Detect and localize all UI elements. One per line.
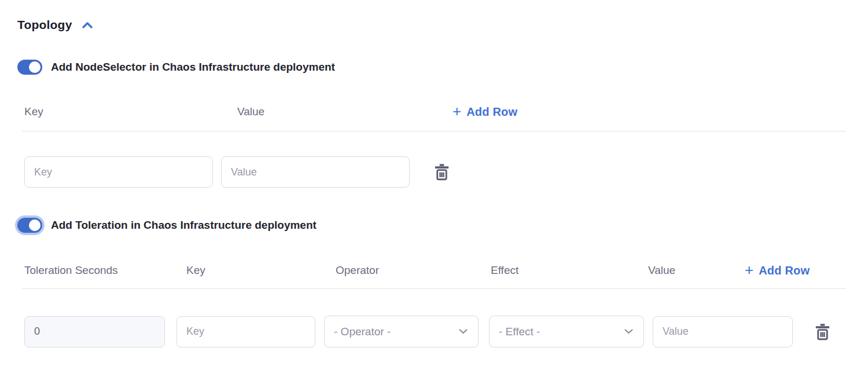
plus-icon: +	[745, 262, 753, 277]
trash-icon[interactable]	[434, 163, 450, 181]
toleration-value-input[interactable]	[653, 316, 793, 347]
column-header-value: Value	[237, 105, 453, 118]
nodeselector-toggle-row: Add NodeSelector in Chaos Infrastructure…	[17, 59, 868, 75]
header-divider	[22, 131, 846, 131]
toleration-toggle-label: Add Toleration in Chaos Infrastructure d…	[51, 219, 317, 232]
column-header-effect: Effect	[491, 264, 648, 277]
add-row-label: Add Row	[759, 264, 810, 277]
plus-icon: +	[453, 104, 461, 119]
chevron-down-icon	[624, 329, 633, 334]
chevron-down-icon	[459, 329, 468, 334]
nodeselector-value-input[interactable]	[221, 156, 410, 188]
operator-select[interactable]: - Operator -	[324, 316, 479, 347]
chevron-up-icon[interactable]	[80, 20, 94, 30]
column-header-toleration-seconds: Toleration Seconds	[24, 264, 186, 277]
toleration-table-header: Toleration Seconds Key Operator Effect V…	[17, 262, 868, 279]
header-divider	[22, 288, 846, 289]
operator-selected-value: - Operator -	[334, 325, 391, 338]
nodeselector-toggle[interactable]	[17, 60, 42, 75]
toleration-key-input[interactable]	[176, 316, 315, 347]
effect-selected-value: - Effect -	[499, 325, 540, 338]
column-header-key: Key	[186, 264, 336, 277]
column-header-value: Value	[648, 264, 745, 277]
nodeselector-key-input[interactable]	[24, 156, 213, 188]
add-row-button[interactable]: + Add Row	[745, 263, 810, 277]
topology-panel: Topology Add NodeSelector in Chaos Infra…	[0, 0, 868, 388]
toleration-toggle[interactable]	[17, 218, 42, 233]
toggle-knob	[29, 219, 41, 231]
effect-select[interactable]: - Effect -	[489, 316, 644, 347]
section-header: Topology	[17, 16, 868, 34]
toleration-table-row: - Operator - - Effect -	[17, 316, 868, 347]
toleration-seconds-input[interactable]	[24, 316, 165, 347]
nodeselector-toggle-label: Add NodeSelector in Chaos Infrastructure…	[51, 61, 335, 74]
trash-icon[interactable]	[815, 323, 830, 341]
toleration-toggle-row: Add Toleration in Chaos Infrastructure d…	[17, 217, 868, 234]
nodeselector-table-header: Key Value + Add Row	[17, 103, 868, 120]
add-row-button[interactable]: + Add Row	[453, 105, 517, 119]
column-header-key: Key	[24, 105, 237, 118]
column-header-operator: Operator	[336, 264, 491, 277]
toggle-knob	[29, 61, 41, 73]
section-title: Topology	[17, 18, 72, 32]
add-row-label: Add Row	[466, 105, 517, 119]
nodeselector-table-row	[17, 156, 868, 188]
